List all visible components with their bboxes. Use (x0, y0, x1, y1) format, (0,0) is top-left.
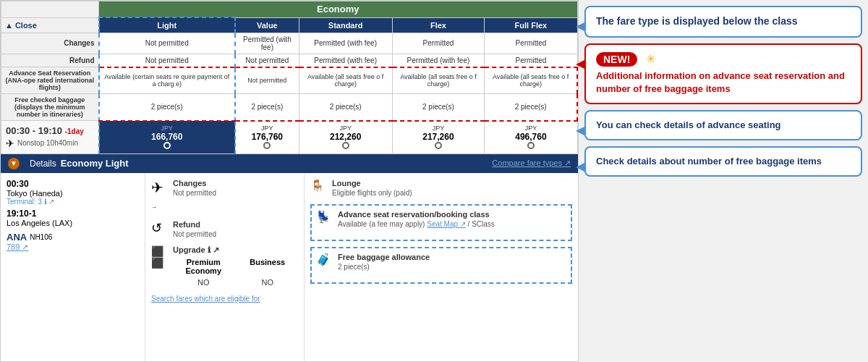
changes-light: Not permitted (99, 33, 235, 54)
upgrade-business-header: Business (237, 258, 299, 275)
changes-standard: Permitted (with fee) (299, 33, 392, 54)
baggage-value: 2 piece(s) (235, 94, 299, 121)
details-header: ▼ Details Economy Light Compare fare typ… (1, 154, 578, 173)
price-row: 00:30 - 19:10 -1day ✈ Nonstop 10h40min (1, 121, 578, 154)
upgrade-title[interactable]: Upgrade ℹ ↗ (173, 245, 298, 255)
baggage-callout: Check details about number of free bagga… (584, 146, 862, 177)
callout-panel: The fare type is displayed below the cla… (579, 0, 868, 362)
col-standard: Standard (299, 17, 392, 33)
price-standard[interactable]: JPY 212,260 (299, 121, 392, 154)
airline-info: ANA NH106 (7, 232, 139, 243)
changes-value-detail: Not permitted (173, 189, 216, 197)
refund-detail: ↺ Refund Not permitted (151, 220, 298, 238)
upgrade-business-val: NO (237, 278, 299, 287)
lounge-value: Eligible flights only (paid) (332, 189, 412, 197)
baggage-standard: 2 piece(s) (299, 94, 392, 121)
check-callout-text: You can check details of advance seating (596, 119, 781, 130)
price-fullflex[interactable]: JPY 496,760 (485, 121, 577, 154)
baggage-detail-value: 2 piece(s) (338, 263, 430, 271)
new-badge: NEW! (596, 52, 637, 67)
baggage-detail-box: 🧳 Free baggage allowance 2 piece(s) (310, 247, 572, 284)
seat-label: Advance Seat Reservation (ANA-ope rated … (1, 67, 99, 94)
close-icon: ▲ (5, 21, 13, 30)
flight-time: 00:30 - 19:10 -1day (6, 125, 94, 136)
flight-link[interactable]: 789 ↗ (7, 243, 28, 251)
refund-light: Not permitted (99, 54, 235, 67)
refund-title: Refund (173, 220, 216, 229)
close-button[interactable]: ▲ Close (5, 21, 95, 30)
details-chevron-icon[interactable]: ▼ (8, 158, 20, 169)
new-info-callout: NEW! ✳ Additional information on advance… (584, 43, 862, 104)
seat-standard: Available (all seats free o f charge) (299, 67, 392, 94)
upgrade-icon: ⬛⬛ (151, 245, 169, 269)
lounge-icon: 🪑 (310, 179, 328, 193)
upgrade-detail: ⬛⬛ Upgrade ℹ ↗ Premium Economy Business … (151, 245, 298, 287)
sclass-link[interactable]: SClass (472, 220, 495, 228)
details-right-col: 🪑 Lounge Eligible flights only (paid) 💺 … (305, 173, 578, 362)
seat-detail-box: 💺 Advance seat reservation/booking class… (310, 204, 572, 241)
flight-duration: Nonstop 10h40min (17, 139, 78, 147)
price-value[interactable]: JPY 176,760 (235, 121, 299, 154)
refund-value-detail: Not permitted (173, 230, 216, 238)
seat-fullflex: Available (all seats free o f charge) (485, 67, 577, 94)
new-callout-text: Additional information on advance seat r… (596, 70, 851, 96)
changes-value: Permitted (with fee) (235, 33, 299, 54)
baggage-row: Free checked baggage (displays the minim… (1, 94, 578, 121)
changes-label: Changes (1, 33, 99, 54)
baggage-fullflex: 2 piece(s) (485, 94, 577, 121)
changes-row: Changes Not permitted Permitted (with fe… (1, 33, 578, 54)
refund-label: Refund (1, 54, 99, 67)
seat-row: Advance Seat Reservation (ANA-ope rated … (1, 67, 578, 94)
arr-city: Los Angeles (LAX) (7, 219, 139, 227)
refund-row: Refund Not permitted Not permitted Permi… (1, 54, 578, 67)
dep-terminal[interactable]: Terminal: 3 ℹ ↗ (7, 198, 139, 206)
fare-type-callout-text: The fare type is displayed below the cla… (596, 15, 798, 27)
seat-light: Available (certain seats re quire paymen… (99, 67, 235, 94)
seat-detail-title: Advance seat reservation/booking class (338, 210, 495, 219)
baggage-detail-icon: 🧳 (316, 253, 333, 266)
airline-logo: ANA (7, 232, 27, 243)
col-light: Light (99, 17, 235, 33)
changes-detail: ✈→ Changes Not permitted (151, 179, 298, 213)
close-label: Close (15, 21, 37, 30)
advance-seating-callout: You can check details of advance seating (584, 110, 862, 140)
price-flex[interactable]: JPY 217,260 (392, 121, 485, 154)
details-label: Details (30, 159, 56, 169)
lounge-title: Lounge (332, 179, 412, 188)
seat-map-link[interactable]: Seat Map ↗ (427, 220, 466, 228)
details-airports-col: 00:30 Tokyo (Haneda) Terminal: 3 ℹ ↗ 19:… (1, 173, 145, 362)
baggage-detail-title: Free baggage allowance (338, 253, 430, 261)
seat-flex: Available (all seats free o f charge) (392, 67, 485, 94)
baggage-light: 2 piece(s) (99, 94, 235, 121)
baggage-callout-text: Check details about number of free bagga… (596, 156, 822, 167)
search-link[interactable]: Search fares which are eligible for (151, 295, 260, 303)
upgrade-premium-val: NO (173, 278, 234, 287)
baggage-flex: 2 piece(s) (392, 94, 485, 121)
price-light-selected[interactable]: JPY 166,760 (99, 121, 235, 154)
fare-name-label: Economy Light (61, 158, 129, 169)
refund-flex: Permitted (with fee) (392, 54, 485, 67)
refund-value: Not permitted (235, 54, 299, 67)
col-value: Value (235, 17, 299, 33)
upgrade-premium-header: Premium Economy (173, 258, 234, 275)
details-middle-col: ✈→ Changes Not permitted ↺ Refund Not pe… (145, 173, 305, 362)
economy-header: Economy (99, 1, 578, 18)
seat-value: Not permitted (235, 67, 299, 94)
col-fullflex: Full Flex (485, 17, 577, 33)
changes-title: Changes (173, 179, 216, 188)
refund-fullflex: Permitted (485, 54, 577, 67)
dep-city: Tokyo (Haneda) (7, 189, 139, 198)
fare-comparison-table: Economy ▲ Close Light Value Standard Fle… (1, 1, 578, 154)
baggage-label: Free checked baggage (displays the minim… (1, 94, 99, 121)
fare-type-callout: The fare type is displayed below the cla… (584, 6, 862, 38)
changes-fullflex: Permitted (485, 33, 577, 54)
seat-detail-value: Available (a fee may apply) (338, 220, 425, 228)
seat-detail-icon: 💺 (316, 210, 333, 224)
changes-flex: Permitted (392, 33, 485, 54)
refund-standard: Permitted (with fee) (299, 54, 392, 67)
compare-fare-link[interactable]: Compare fare types ↗ (492, 159, 571, 168)
col-flex: Flex (392, 17, 485, 33)
departure-info: 00:30 Tokyo (Haneda) Terminal: 3 ℹ ↗ (7, 179, 139, 206)
arrival-info: 19:10-1 Los Angeles (LAX) (7, 209, 139, 227)
flight-number: NH106 (30, 233, 52, 241)
